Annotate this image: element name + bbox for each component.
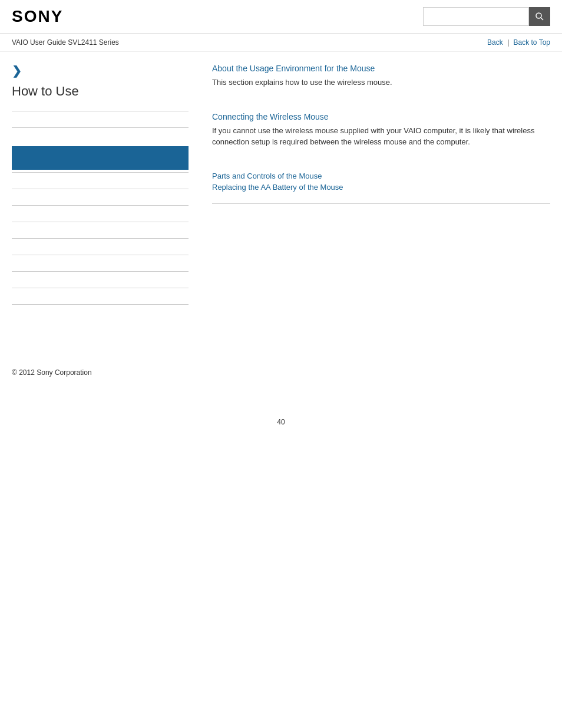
list-item[interactable] [12, 205, 189, 222]
topic-description-1: This section explains how to use the wir… [212, 77, 550, 88]
list-item[interactable] [12, 304, 189, 321]
topic-divider [212, 203, 550, 204]
page-header: SONY [0, 0, 562, 34]
list-item[interactable] [12, 255, 189, 271]
svg-point-0 [536, 13, 541, 18]
list-item[interactable] [12, 189, 189, 205]
list-item[interactable] [12, 172, 189, 189]
list-item[interactable] [12, 111, 189, 127]
topic-description-2: If you cannot use the wireless mouse sup… [212, 125, 550, 148]
page-footer: © 2012 Sony Corporation [0, 356, 562, 388]
content-wrapper: ❯ How to Use About the Usage Environment… [0, 52, 562, 332]
list-item[interactable] [12, 238, 189, 255]
topic-link-1[interactable]: Parts and Controls of the Mouse [212, 172, 550, 180]
main-content: About the Usage Environment for the Mous… [200, 64, 550, 321]
sony-logo: SONY [12, 7, 63, 26]
sidebar-items-container [12, 111, 189, 321]
topic-link-2[interactable]: Replacing the AA Battery of the Mouse [212, 183, 550, 192]
back-to-top-link[interactable]: Back to Top [514, 38, 550, 47]
list-item[interactable] [12, 288, 189, 304]
search-input[interactable] [423, 7, 529, 26]
topic-section-2: Connecting the Wireless Mouse If you can… [212, 112, 550, 157]
topic-links-section: Parts and Controls of the Mouse Replacin… [212, 172, 550, 192]
section-title: How to Use [12, 84, 189, 99]
sidebar-active-item[interactable] [12, 146, 189, 170]
list-item[interactable] [12, 222, 189, 238]
back-link[interactable]: Back [487, 38, 503, 47]
topic-title-1[interactable]: About the Usage Environment for the Mous… [212, 64, 550, 73]
search-area [423, 7, 550, 26]
search-button[interactable] [529, 7, 550, 26]
guide-title: VAIO User Guide SVL2411 Series [12, 38, 119, 47]
nav-links: Back | Back to Top [487, 38, 550, 47]
copyright: © 2012 Sony Corporation [12, 368, 92, 377]
topic-section-1: About the Usage Environment for the Mous… [212, 64, 550, 98]
nav-separator: | [507, 38, 509, 47]
breadcrumb-arrow[interactable]: ❯ [12, 64, 189, 78]
list-item[interactable] [12, 127, 189, 144]
list-item[interactable] [12, 271, 189, 288]
page-number: 40 [0, 412, 562, 432]
topic-title-2[interactable]: Connecting the Wireless Mouse [212, 112, 550, 121]
sidebar: ❯ How to Use [12, 64, 200, 321]
sub-header: VAIO User Guide SVL2411 Series Back | Ba… [0, 34, 562, 52]
svg-line-1 [541, 18, 543, 20]
search-icon [535, 12, 544, 21]
